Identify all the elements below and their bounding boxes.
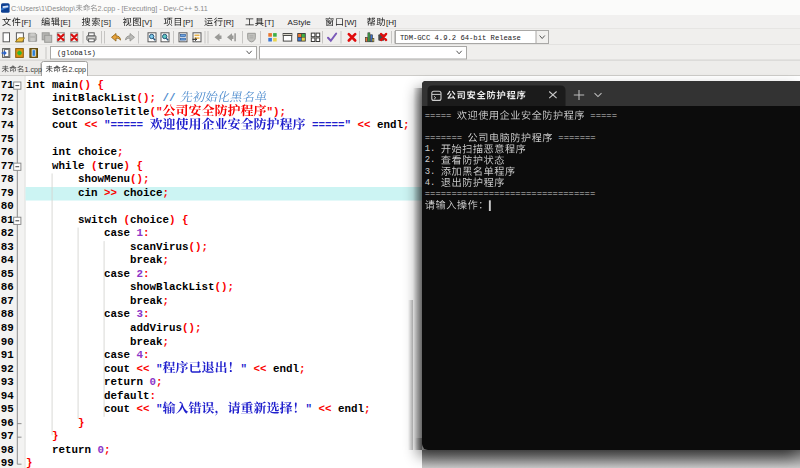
svg-text:72: 72 bbox=[1, 92, 14, 104]
svg-text:1.: 1. bbox=[425, 144, 436, 154]
svg-text:=====": =====" bbox=[312, 119, 351, 131]
svg-text::: : bbox=[143, 308, 150, 320]
svg-text://: // bbox=[163, 92, 176, 104]
svg-text:;: ; bbox=[156, 376, 163, 388]
svg-text:TDM-GCC 4.9.2 64-bit Release: TDM-GCC 4.9.2 64-bit Release bbox=[400, 34, 521, 42]
svg-text:;: ; bbox=[364, 403, 371, 415]
svg-text:main: main bbox=[52, 79, 78, 91]
svg-text:;: ; bbox=[117, 146, 124, 158]
svg-text:case: case bbox=[104, 268, 130, 280]
svg-text:cout: cout bbox=[52, 119, 78, 131]
svg-text:90: 90 bbox=[1, 336, 14, 348]
svg-text:<<: << bbox=[85, 119, 98, 131]
svg-text:();: (); bbox=[130, 173, 150, 185]
svg-text:int: int bbox=[26, 79, 46, 91]
svg-text:1.cpp: 1.cpp bbox=[25, 66, 42, 74]
svg-text:86: 86 bbox=[1, 281, 14, 293]
svg-text:[F]: [F] bbox=[22, 18, 31, 27]
svg-text:83: 83 bbox=[1, 241, 14, 253]
svg-text:=====: ===== bbox=[425, 110, 452, 120]
svg-text:": " bbox=[241, 363, 248, 375]
svg-text:<<: << bbox=[319, 403, 332, 415]
svg-text:true: true bbox=[98, 160, 124, 172]
svg-text:(globals): (globals) bbox=[57, 49, 96, 57]
svg-text:93: 93 bbox=[1, 376, 14, 388]
svg-text:endl: endl bbox=[377, 119, 403, 131]
svg-text:int: int bbox=[52, 146, 72, 158]
svg-text:choice: choice bbox=[124, 187, 163, 199]
svg-text:85: 85 bbox=[1, 268, 14, 280]
svg-text:>>: >> bbox=[104, 187, 117, 199]
svg-text:}: } bbox=[78, 417, 85, 429]
svg-text:showMenu: showMenu bbox=[78, 173, 130, 185]
svg-text:88: 88 bbox=[1, 308, 14, 320]
svg-text:showBlackList: showBlackList bbox=[130, 281, 214, 293]
svg-text:C:\Users\1\Desktop\: C:\Users\1\Desktop\ bbox=[11, 4, 75, 13]
svg-text:[V]: [V] bbox=[142, 18, 152, 27]
svg-text:case: case bbox=[104, 227, 130, 239]
svg-text:{: { bbox=[98, 79, 105, 91]
svg-text:94: 94 bbox=[1, 390, 14, 402]
svg-text:": " bbox=[306, 403, 313, 415]
svg-text:;: ; bbox=[299, 363, 306, 375]
svg-text::: : bbox=[143, 349, 150, 361]
svg-text:return: return bbox=[52, 444, 91, 456]
svg-text:return: return bbox=[104, 376, 143, 388]
svg-text:78: 78 bbox=[1, 173, 14, 185]
svg-text:(): () bbox=[78, 79, 91, 91]
svg-text:99: 99 bbox=[1, 457, 14, 468]
svg-text:82: 82 bbox=[1, 227, 14, 239]
svg-text:;: ; bbox=[163, 254, 170, 266]
svg-text:4.: 4. bbox=[425, 177, 436, 187]
svg-text:[E]: [E] bbox=[61, 18, 71, 27]
svg-text:81: 81 bbox=[1, 214, 14, 226]
svg-text:): ) bbox=[124, 160, 131, 172]
svg-text:80: 80 bbox=[1, 200, 14, 212]
svg-text:break: break bbox=[130, 254, 163, 266]
svg-text:92: 92 bbox=[1, 363, 14, 375]
svg-text:;: ; bbox=[163, 336, 170, 348]
svg-text:case: case bbox=[104, 308, 130, 320]
svg-text:{: { bbox=[182, 214, 189, 226]
svg-text:cout: cout bbox=[104, 363, 130, 375]
svg-text:<<: << bbox=[137, 403, 150, 415]
svg-text:();: (); bbox=[182, 322, 202, 334]
svg-text:=====: ===== bbox=[590, 110, 617, 120]
svg-text:[H]: [H] bbox=[386, 18, 396, 27]
svg-text:3.: 3. bbox=[425, 166, 436, 176]
svg-text::: : bbox=[143, 227, 150, 239]
svg-text:": " bbox=[156, 403, 163, 415]
svg-text:79: 79 bbox=[1, 187, 14, 199]
svg-text:choice: choice bbox=[130, 214, 169, 226]
svg-text:(": (" bbox=[150, 106, 163, 118]
svg-text::: : bbox=[143, 268, 150, 280]
svg-text:2.cpp: 2.cpp bbox=[69, 66, 86, 74]
svg-text:}: } bbox=[26, 457, 33, 468]
svg-text:95: 95 bbox=[1, 403, 14, 415]
svg-text:97: 97 bbox=[1, 430, 14, 442]
svg-text:96: 96 bbox=[1, 417, 14, 429]
svg-text:): ) bbox=[169, 214, 176, 226]
svg-text:;: ; bbox=[163, 187, 170, 199]
svg-text:"=====: "===== bbox=[104, 119, 143, 131]
svg-text::: : bbox=[150, 390, 157, 402]
svg-text:addVirus: addVirus bbox=[130, 322, 182, 334]
svg-text:89: 89 bbox=[1, 322, 14, 334]
svg-text:;: ; bbox=[403, 119, 410, 131]
svg-text:;: ; bbox=[163, 295, 170, 307]
svg-text:();: (); bbox=[137, 92, 157, 104]
svg-text:scanVirus: scanVirus bbox=[130, 241, 188, 253]
svg-text:[W]: [W] bbox=[345, 18, 357, 27]
svg-text:<<: << bbox=[137, 363, 150, 375]
svg-text:choice: choice bbox=[78, 146, 117, 158]
svg-text:<<: << bbox=[358, 119, 371, 131]
svg-text:endl: endl bbox=[338, 403, 364, 415]
svg-text:=======: ======= bbox=[425, 132, 462, 142]
svg-text:;: ; bbox=[104, 444, 111, 456]
svg-text:cin: cin bbox=[78, 187, 98, 199]
svg-text:": " bbox=[156, 363, 163, 375]
svg-text:84: 84 bbox=[1, 254, 14, 266]
svg-text:cout: cout bbox=[104, 403, 130, 415]
svg-text:();: (); bbox=[215, 281, 235, 293]
svg-text:[T]: [T] bbox=[265, 18, 274, 27]
